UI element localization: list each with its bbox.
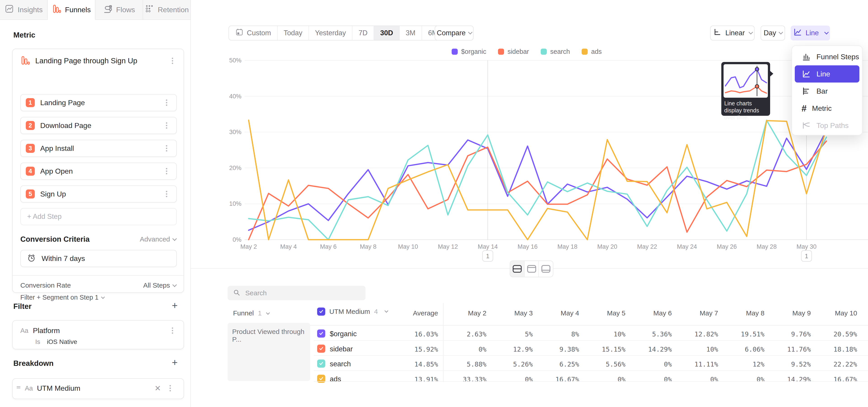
annotation-badge[interactable]: 1 — [805, 253, 808, 259]
table-search — [228, 286, 366, 300]
advanced-toggle[interactable]: Advanced — [140, 236, 176, 243]
tab-flows[interactable]: Flows — [95, 0, 143, 20]
filter-kebab-menu[interactable] — [169, 326, 176, 335]
compare-button[interactable]: Compare — [435, 26, 473, 40]
range-custom[interactable]: Custom — [229, 26, 278, 40]
step-number-badge: 5 — [26, 189, 35, 198]
date-column-header[interactable]: May 7 — [700, 309, 718, 317]
funnel-kebab-menu[interactable] — [169, 56, 176, 65]
step-label: Sign Up — [40, 190, 66, 198]
table-row-ads[interactable]: ads13.91%33.33%0%16.67%0%0%0%0%14.29%16.… — [228, 372, 868, 386]
date-column-header[interactable]: May 5 — [607, 309, 625, 317]
row-label: ads — [330, 375, 341, 383]
series-line-search[interactable] — [249, 120, 827, 240]
average-column-header[interactable]: Average — [413, 309, 438, 317]
funnel-step-4[interactable]: 4App Open — [20, 163, 177, 180]
series-line-ads[interactable] — [249, 120, 827, 240]
menu-item-metric[interactable]: #Metric — [795, 100, 860, 117]
x-tick: May 12 — [438, 243, 458, 250]
filter-property: Platform — [33, 326, 60, 335]
funnel-step-2[interactable]: 2Download Page — [20, 117, 177, 134]
filter-operator[interactable]: Is — [35, 338, 40, 345]
breakdown-kebab-menu[interactable] — [167, 384, 174, 393]
granularity-select[interactable]: Day — [761, 26, 785, 40]
row-checkbox[interactable] — [317, 330, 325, 338]
date-column-header[interactable]: May 8 — [746, 309, 765, 317]
step-kebab-menu[interactable] — [163, 189, 170, 198]
range-label: 3M — [406, 29, 415, 37]
row-divider — [314, 340, 868, 341]
app-root: InsightsFunnelsFlowsRetention Metric Lan… — [0, 0, 868, 407]
chart-type-select[interactable]: Line — [791, 26, 830, 40]
date-column-header[interactable]: May 10 — [835, 309, 857, 317]
funnel-title[interactable]: Landing Page through Sign Up — [35, 57, 137, 65]
range-30d[interactable]: 30D — [374, 26, 400, 40]
row-value: 14.29% — [787, 376, 811, 383]
tab-insights[interactable]: Insights — [0, 0, 48, 20]
table-row-search[interactable]: search14.85%5.88%5.26%6.25%5.56%0%11.11%… — [228, 356, 868, 371]
series-line-organic[interactable] — [249, 130, 827, 230]
search-input[interactable] — [245, 289, 345, 297]
filter-segment-toggle[interactable]: Filter + Segment on Step 1 — [20, 294, 104, 301]
table-row-organic[interactable]: $organic16.03%2.63%5%8%10%5.36%12.82%19.… — [228, 326, 868, 341]
funnel-step-5[interactable]: 5Sign Up — [20, 185, 177, 202]
remove-breakdown-icon[interactable]: ✕ — [155, 384, 161, 393]
range-3m[interactable]: 3M — [400, 26, 422, 40]
range-today[interactable]: Today — [278, 26, 309, 40]
step-kebab-menu[interactable] — [163, 98, 170, 107]
funnel-step-1[interactable]: 1Landing Page — [20, 94, 177, 111]
row-value: 9.38% — [559, 345, 579, 353]
funnel-step-3[interactable]: 3App Install — [20, 140, 177, 157]
layout-chart-button[interactable] — [525, 261, 539, 277]
y-tick: 50% — [229, 57, 241, 64]
table-row-sidebar[interactable]: sidebar15.92%0%12.9%9.38%15.15%14.29%10%… — [228, 341, 868, 356]
conversion-window[interactable]: Within 7 days — [20, 250, 177, 267]
select-all-checkbox[interactable] — [317, 308, 325, 316]
segment-column-header[interactable]: UTM Medium 4 — [317, 308, 388, 316]
range-7d[interactable]: 7D — [352, 26, 374, 40]
row-checkbox[interactable] — [317, 345, 325, 353]
layout-table-button[interactable] — [539, 261, 553, 277]
breakdown-card[interactable]: Aa UTM Medium ✕ — [12, 378, 184, 399]
menu-item-bar[interactable]: Bar — [795, 83, 860, 100]
row-value: 14.29% — [648, 345, 672, 353]
menu-item-line[interactable]: Line — [795, 65, 860, 83]
conversion-rate-select[interactable]: All Steps — [143, 282, 176, 289]
date-column-header[interactable]: May 3 — [514, 309, 533, 317]
row-value: 2.63% — [467, 330, 487, 338]
drag-handle-icon[interactable] — [16, 385, 21, 392]
row-label: search — [330, 360, 351, 368]
filter-value[interactable]: iOS Native — [47, 338, 77, 345]
step-kebab-menu[interactable] — [163, 121, 170, 130]
tooltip-text: Line charts display trends over time. — [724, 100, 769, 121]
date-column-header[interactable]: May 9 — [792, 309, 811, 317]
add-breakdown-button[interactable]: + — [172, 357, 178, 368]
row-checkbox[interactable] — [317, 359, 325, 368]
scale-select[interactable]: Linear — [710, 26, 754, 40]
menu-item-funnel-steps[interactable]: Funnel Steps — [795, 48, 860, 65]
date-column-header[interactable]: May 2 — [468, 309, 487, 317]
x-tick: May 2 — [240, 243, 257, 250]
filter-card[interactable]: Aa Platform Is iOS Native — [12, 320, 184, 349]
row-average: 15.92% — [414, 345, 438, 353]
step-number-badge: 2 — [26, 121, 35, 130]
tooltip-preview-chart — [723, 64, 768, 98]
add-step-button[interactable]: + Add Step — [20, 208, 177, 225]
x-tick: May 20 — [597, 243, 617, 250]
step-kebab-menu[interactable] — [163, 167, 170, 176]
row-value: 0% — [756, 376, 765, 383]
y-tick: 30% — [229, 129, 241, 135]
step-kebab-menu[interactable] — [163, 144, 170, 153]
add-filter-button[interactable]: + — [172, 300, 178, 311]
x-tick: May 18 — [557, 243, 578, 250]
date-column-header[interactable]: May 4 — [561, 309, 579, 317]
annotation-badge[interactable]: 1 — [486, 253, 489, 259]
tab-funnels[interactable]: Funnels — [48, 0, 95, 20]
layout-split-button[interactable] — [510, 261, 525, 277]
row-label: sidebar — [330, 345, 353, 353]
funnel-column-header[interactable]: Funnel 1 — [233, 309, 269, 317]
range-label: 30D — [380, 29, 393, 37]
tab-retention[interactable]: Retention — [143, 0, 191, 20]
date-column-header[interactable]: May 6 — [653, 309, 672, 317]
range-yesterday[interactable]: Yesterday — [309, 26, 352, 40]
